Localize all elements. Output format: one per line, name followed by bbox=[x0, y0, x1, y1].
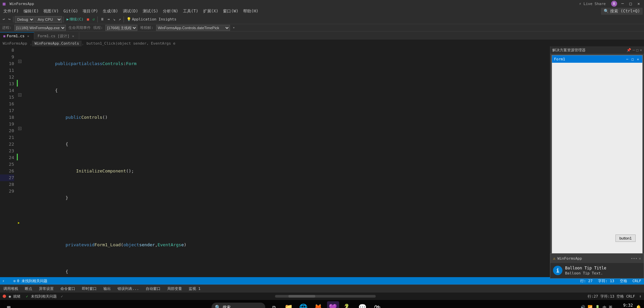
error-info[interactable]: ⊙ 0 未找到相关问题 bbox=[13, 278, 47, 284]
minimize-panel-btn[interactable]: ─ bbox=[633, 48, 635, 52]
tab-form1-design[interactable]: Form1.cs [设计] ✕ bbox=[34, 32, 79, 40]
taskbar-folder-icon[interactable]: 📁 bbox=[283, 301, 295, 308]
code-editor[interactable]: public partial class Controls : Form { p… bbox=[24, 46, 550, 277]
file-breadcrumb-controls[interactable]: WinFormsApp.Controls bbox=[32, 41, 82, 46]
step-into-btn[interactable]: ↘ bbox=[112, 16, 117, 23]
menu-item-file[interactable]: 文件(F) bbox=[1, 8, 21, 15]
app-icon: ■ bbox=[3, 1, 5, 6]
taskbar-vs-icon[interactable]: 💜 bbox=[327, 301, 339, 308]
menu-item-debug[interactable]: 调试(D) bbox=[121, 8, 140, 15]
collapse-btn-15[interactable]: - bbox=[18, 93, 21, 97]
line-num-12: 12 bbox=[0, 74, 14, 81]
bottom-info-bar: ◉ 就绪 ✓ 未找到相关问题 ✓ 行:27 字符:13 空格 CRLF ↑ bbox=[0, 293, 644, 300]
menu-item-analyze[interactable]: 分析(N) bbox=[161, 8, 180, 15]
taskbar-python-icon[interactable]: 🐍 bbox=[342, 301, 354, 308]
menu-item-project[interactable]: 项目(P) bbox=[81, 8, 100, 15]
undo-btn[interactable]: ↩ bbox=[1, 16, 6, 23]
no-issues-label: 未找到相关问题 bbox=[31, 294, 57, 299]
bottom-tab-output[interactable]: 输出 bbox=[100, 285, 114, 293]
line-num-15: 15 bbox=[0, 94, 14, 101]
pause-btn[interactable]: ⏸ bbox=[99, 16, 105, 23]
live-share-btn[interactable]: ⚡ Live Share bbox=[579, 2, 606, 6]
taskview-btn[interactable]: ⧉ bbox=[268, 301, 280, 308]
notification-bell[interactable]: 🔔 bbox=[636, 305, 641, 308]
menu-item-view[interactable]: 视图(V) bbox=[41, 8, 61, 15]
separator-4 bbox=[124, 16, 124, 22]
code-line-15: private void Form1_Load(object sender, E… bbox=[24, 242, 550, 255]
taskbar-search[interactable]: 🔍 搜索 bbox=[212, 303, 265, 308]
collapse-btn-20[interactable]: - bbox=[18, 127, 21, 130]
maximize-panel-btn[interactable]: □ bbox=[636, 48, 639, 52]
restart-btn[interactable]: ↺ bbox=[91, 16, 96, 23]
notification-more-btn[interactable]: ••• bbox=[631, 256, 638, 261]
bottom-tab-locals[interactable]: 局部变量 bbox=[164, 285, 185, 293]
process-select[interactable]: [11180] WinFormsApp.exe bbox=[14, 25, 66, 31]
step-over-btn[interactable]: ⇥ bbox=[106, 16, 111, 23]
form1-close[interactable]: ✕ bbox=[636, 57, 640, 61]
menu-item-test[interactable]: 测试(S) bbox=[141, 8, 160, 15]
user-avatar[interactable]: R bbox=[611, 1, 617, 7]
taskbar-discord-icon[interactable]: 💬 bbox=[357, 301, 369, 308]
debug-mode-select[interactable]: Debug bbox=[15, 16, 35, 23]
tab-close-design[interactable]: ✕ bbox=[71, 34, 76, 38]
line-num-10: 10 bbox=[0, 60, 14, 67]
right-panel: 解决方案资源管理器 📌 ─ □ ✕ Form1 ─ □ ✕ bbox=[550, 46, 644, 277]
encoding-status: ↑ bbox=[639, 294, 641, 299]
search-box[interactable]: 🔍 搜索 (Ctrl+Q) bbox=[601, 8, 643, 15]
cpu-select[interactable]: Any CPU bbox=[35, 16, 62, 23]
menu-item-window[interactable]: 窗口(W) bbox=[221, 8, 240, 15]
taskbar-center: 🔍 搜索 ⧉ 📁 🌐 🦊 💜 🐍 💬 🛍 bbox=[212, 301, 383, 308]
line-numbers: 8 9 10 11 12 13 14 15 16 17 18 19 20 21 … bbox=[0, 46, 17, 277]
close-panel-btn[interactable]: ✕ bbox=[640, 48, 642, 52]
minimize-btn[interactable]: ─ bbox=[620, 1, 625, 6]
bottom-tab-auto[interactable]: 自动窗口 bbox=[142, 285, 164, 293]
tab-form1-cs[interactable]: ■ Form1.cs ✕ bbox=[0, 32, 34, 40]
line-num-27: 27 bbox=[0, 174, 14, 181]
main-tab-bar: ■ Form1.cs ✕ Form1.cs [设计] ✕ bbox=[0, 32, 644, 40]
menu-item-build[interactable]: 生成(B) bbox=[101, 8, 120, 15]
more-btn[interactable]: ▾ bbox=[233, 25, 235, 30]
bottom-tab-breakpoints[interactable]: 断点 bbox=[21, 285, 36, 293]
maximize-btn[interactable]: □ bbox=[628, 1, 633, 6]
taskbar-store-icon[interactable]: 🛍 bbox=[371, 301, 383, 308]
notification-close-btn[interactable]: ✕ bbox=[639, 256, 641, 261]
taskbar-browser-icon[interactable]: 🌐 bbox=[297, 301, 310, 308]
run-label: 继续(C) bbox=[70, 17, 84, 22]
form1-titlebar[interactable]: Form1 ─ □ ✕ bbox=[552, 55, 642, 63]
tab-close-form1[interactable]: ✕ bbox=[26, 34, 31, 39]
form1-minimize[interactable]: ─ bbox=[625, 57, 630, 61]
clock-area[interactable]: 9:32 2023/9/6 bbox=[615, 303, 633, 308]
bottom-tab-errorlist[interactable]: 错误列表... bbox=[114, 285, 142, 293]
bottom-tab-immediate[interactable]: 即时窗口 bbox=[79, 285, 100, 293]
redo-btn[interactable]: ↪ bbox=[7, 16, 12, 23]
bottom-tab-exceptions[interactable]: 异常设置 bbox=[36, 285, 57, 293]
step-out-btn[interactable]: ↗ bbox=[117, 16, 122, 23]
thread-select[interactable]: [17668] 主线程 bbox=[105, 25, 137, 31]
pin-icon[interactable]: 📌 bbox=[627, 48, 631, 52]
form1-maximize[interactable]: □ bbox=[630, 57, 635, 61]
form1-button1[interactable]: button1 bbox=[615, 235, 636, 242]
stop-btn[interactable]: ■ bbox=[86, 16, 91, 23]
file-breadcrumb-button1[interactable]: button1_Click(object sender, EventArgs e bbox=[84, 41, 178, 46]
scrollbar-thumb[interactable] bbox=[288, 295, 315, 298]
run-btn[interactable]: ▶ 继续(C) bbox=[65, 16, 85, 23]
app-insights-btn[interactable]: 💡 Application Insights bbox=[125, 16, 178, 23]
collapse-btn-10[interactable]: - bbox=[18, 60, 21, 63]
menu-item-extensions[interactable]: 扩展(X) bbox=[201, 8, 221, 15]
gutter: - - - ➤ bbox=[17, 46, 24, 277]
menu-item-help[interactable]: 帮助(H) bbox=[241, 8, 261, 15]
bottom-tab-command[interactable]: 命令窗口 bbox=[57, 285, 79, 293]
line-num-26: 26 bbox=[0, 168, 14, 174]
taskbar-edge-icon[interactable]: 🦊 bbox=[312, 301, 324, 308]
menu-item-git[interactable]: Git(G) bbox=[61, 8, 80, 14]
menu-item-edit[interactable]: 编辑(E) bbox=[21, 8, 41, 15]
stack-select[interactable]: WinFormsApp.Controls.dateTimePick bbox=[156, 25, 230, 31]
balloon-tip-text: Balloon Tip Text. bbox=[565, 271, 606, 275]
menu-item-tools[interactable]: 工具(T) bbox=[181, 8, 200, 15]
start-btn[interactable]: ⊞ bbox=[3, 301, 15, 308]
file-breadcrumb-winforms[interactable]: WinFormsApp bbox=[0, 41, 30, 46]
bottom-tab-watch[interactable]: 监视 1 bbox=[185, 285, 204, 293]
bottom-tab-callstack[interactable]: 调用堆栈 bbox=[0, 285, 21, 293]
close-btn[interactable]: ✕ bbox=[636, 1, 641, 6]
form1-window: Form1 ─ □ ✕ button1 bbox=[552, 55, 643, 276]
